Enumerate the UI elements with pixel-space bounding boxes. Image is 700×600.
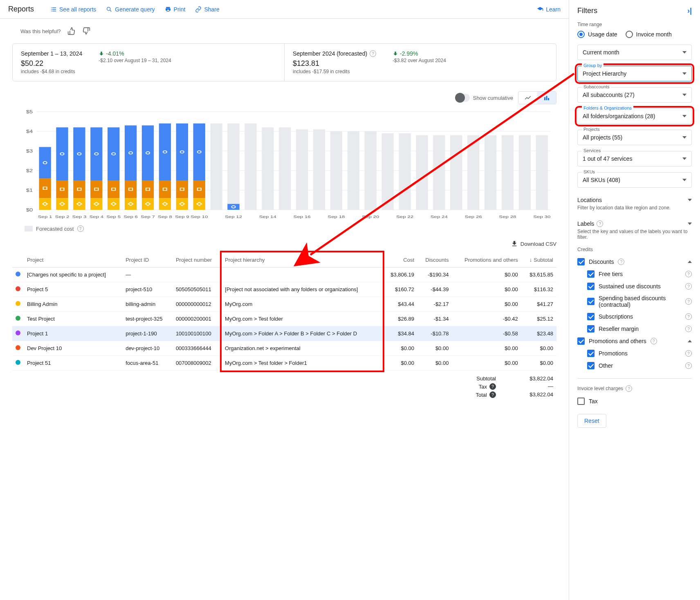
svg-text:$3: $3 — [26, 149, 33, 153]
promos-check[interactable]: Promotions and others? — [577, 335, 692, 347]
bar-chart-button[interactable] — [537, 92, 556, 104]
sustained-check[interactable]: Sustained use discounts? — [587, 280, 692, 292]
cumulative-toggle[interactable]: Show cumulative — [455, 94, 513, 102]
cell-promo: -$0.58 — [452, 326, 521, 341]
table-row[interactable]: Test Projecttest-project-325000000200001… — [12, 312, 556, 326]
share-link[interactable]: Share — [195, 6, 219, 13]
table-header[interactable]: Project ID — [122, 252, 173, 267]
print-link[interactable]: Print — [165, 6, 186, 13]
reset-button[interactable]: Reset — [577, 414, 606, 428]
promotions-check[interactable]: Promotions? — [587, 347, 692, 360]
usage-date-radio[interactable]: Usage date — [577, 31, 617, 38]
thumbs-up-icon[interactable] — [67, 27, 76, 35]
checkbox-icon — [587, 350, 595, 357]
other-check[interactable]: Other? — [587, 360, 692, 372]
help-icon[interactable]: ? — [77, 225, 84, 232]
svg-rect-48 — [125, 180, 137, 198]
svg-text:$0: $0 — [26, 208, 33, 212]
svg-text:Sep 20: Sep 20 — [362, 215, 379, 219]
svg-text:Sep 5: Sep 5 — [106, 215, 121, 219]
group-by-select[interactable]: Group by Project Hierarchy — [577, 66, 692, 81]
spending-check[interactable]: Spending based discounts (contractual)? — [587, 292, 692, 310]
time-range-select[interactable]: Current month — [577, 45, 692, 60]
cell-disc: -$44.39 — [417, 282, 452, 297]
checkbox-icon — [587, 313, 595, 320]
projects-select[interactable]: Projects All projects (55) — [577, 130, 692, 145]
svg-rect-77 — [210, 124, 222, 210]
table-row[interactable]: [Charges not specific to a project]—$3,8… — [12, 267, 556, 282]
cell-cost: $3,806.19 — [383, 267, 417, 282]
chevron-down-icon — [682, 179, 687, 181]
help-icon[interactable]: ? — [685, 313, 692, 320]
svg-rect-66 — [176, 180, 188, 198]
table-row[interactable]: Project 51focus-area-51007008009002MyOrg… — [12, 356, 556, 371]
help-icon[interactable]: ? — [489, 391, 496, 398]
subscriptions-check[interactable]: Subscriptions? — [587, 310, 692, 323]
table-header[interactable]: Promotions and others — [452, 252, 521, 267]
download-csv-link[interactable]: Download CSV — [511, 240, 556, 247]
arrow-down-icon — [393, 51, 398, 56]
discounts-check[interactable]: Discounts? — [577, 256, 692, 268]
help-icon[interactable]: ? — [489, 383, 496, 390]
svg-text:Sep 30: Sep 30 — [533, 215, 550, 219]
svg-rect-73 — [193, 124, 205, 180]
help-icon[interactable]: ? — [685, 271, 692, 277]
chevron-down-icon — [682, 136, 687, 139]
card-sub: includes -$17.59 in credits — [293, 69, 376, 74]
svg-text:Sep 26: Sep 26 — [465, 215, 482, 219]
help-icon[interactable]: ? — [685, 350, 692, 357]
svg-text:Sep 16: Sep 16 — [294, 215, 311, 219]
color-dot-icon — [16, 286, 20, 291]
tax-check[interactable]: Tax — [577, 395, 692, 407]
table-row[interactable]: Project 1project-1-190100100100100MyOrg.… — [12, 326, 556, 341]
invoice-month-radio[interactable]: Invoice month — [626, 31, 672, 38]
table-row[interactable]: Project 5project-510505050505011[Project… — [12, 282, 556, 297]
table-header[interactable]: Discounts — [417, 252, 452, 267]
table-header[interactable]: Project number — [173, 252, 222, 267]
help-icon[interactable]: ? — [651, 338, 657, 344]
color-dot-icon — [16, 345, 20, 350]
cell-promo: -$0.42 — [452, 312, 521, 326]
thumbs-down-icon[interactable] — [82, 27, 90, 35]
help-icon[interactable]: ? — [685, 283, 692, 290]
folders-select[interactable]: Folders & Organizations All folders/orga… — [577, 108, 692, 124]
subaccounts-select[interactable]: Subaccounts All subaccounts (27) — [577, 87, 692, 103]
cell-promo: $0.00 — [452, 297, 521, 312]
svg-rect-17 — [39, 198, 51, 210]
help-icon[interactable]: ? — [618, 258, 624, 265]
collapse-panel-icon[interactable]: ›| — [687, 7, 692, 15]
table-row[interactable]: Dev Project 10dev-project-10000333666444… — [12, 341, 556, 356]
card-title: September 2024 (forecasted) ? — [293, 50, 376, 57]
help-icon[interactable]: ? — [685, 298, 692, 305]
help-icon[interactable]: ? — [626, 385, 632, 392]
table-header[interactable]: Project — [24, 252, 122, 267]
svg-rect-71 — [193, 198, 205, 210]
svg-rect-60 — [159, 180, 171, 198]
reseller-check[interactable]: Reseller margin? — [587, 323, 692, 335]
generate-query-link[interactable]: Generate query — [106, 6, 155, 13]
card-title: September 1 – 13, 2024 — [21, 50, 82, 57]
svg-rect-30 — [73, 180, 85, 198]
cell-sub: $3,615.85 — [521, 267, 556, 282]
table-header[interactable]: Cost — [383, 252, 417, 267]
services-select[interactable]: Services 1 out of 47 services — [577, 151, 692, 166]
line-chart-button[interactable] — [518, 92, 537, 104]
filters-panel: Filters ›| Time range Usage date Invoice… — [569, 0, 700, 600]
cell-num: 000000200001 — [173, 312, 222, 326]
free-tiers-check[interactable]: Free tiers? — [587, 268, 692, 280]
table-header[interactable]: ↓ Subtotal — [521, 252, 556, 267]
cell-hierarchy: MyOrg.com — [222, 297, 383, 312]
learn-link[interactable]: Learn — [537, 6, 561, 13]
help-icon[interactable]: ? — [370, 50, 376, 57]
cell-cost: $0.00 — [383, 341, 417, 356]
help-icon[interactable]: ? — [685, 362, 692, 369]
table-header[interactable]: Project hierarchy — [222, 252, 383, 267]
help-icon[interactable]: ? — [685, 326, 692, 332]
table-row[interactable]: Billing Adminbilling-admin000000000012My… — [12, 297, 556, 312]
skus-select[interactable]: SKUs All SKUs (408) — [577, 172, 692, 188]
help-icon[interactable]: ? — [597, 220, 603, 227]
cell-sub: $25.12 — [521, 312, 556, 326]
svg-rect-91 — [348, 131, 359, 210]
see-all-reports-link[interactable]: See all reports — [50, 6, 96, 13]
cell-disc: $0.00 — [417, 356, 452, 371]
